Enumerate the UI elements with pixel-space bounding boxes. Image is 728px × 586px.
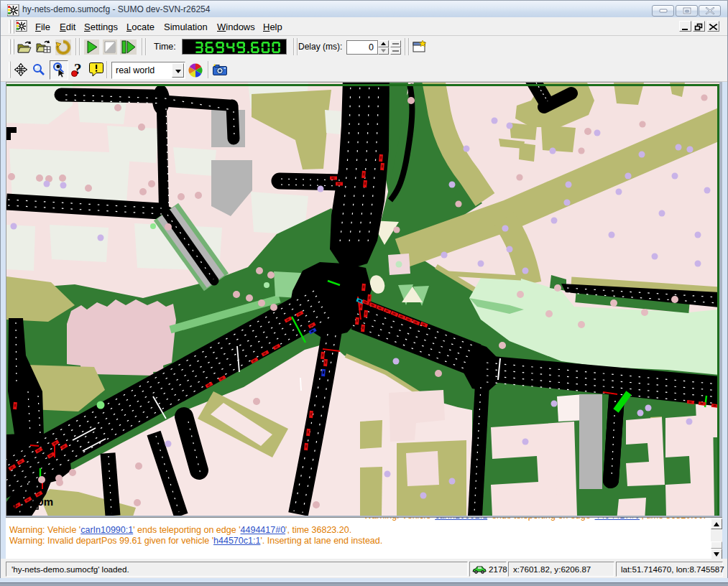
svg-text:10m: 10m <box>32 496 53 508</box>
